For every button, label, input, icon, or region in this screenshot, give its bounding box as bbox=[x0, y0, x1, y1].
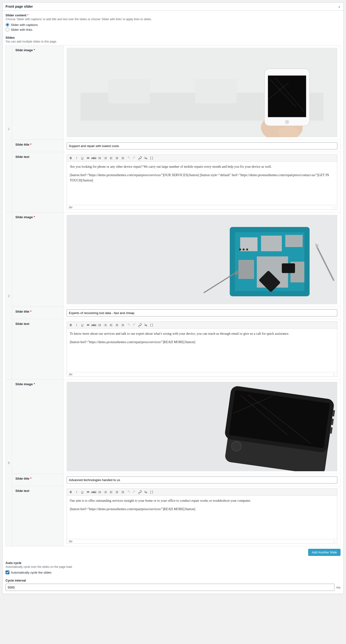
strikethrough-icon[interactable]: ABC bbox=[91, 156, 96, 160]
auto-cycle-checkbox[interactable] bbox=[6, 570, 9, 574]
align-left-icon[interactable] bbox=[109, 490, 114, 494]
svg-rect-104 bbox=[121, 491, 124, 492]
redo-icon[interactable] bbox=[132, 490, 137, 494]
underline-icon[interactable]: U bbox=[80, 323, 85, 328]
row-index[interactable]: 2 bbox=[6, 212, 12, 379]
slide-image-preview[interactable] bbox=[67, 215, 337, 304]
align-left-icon[interactable] bbox=[109, 323, 114, 328]
slide-image-2 bbox=[67, 215, 337, 304]
radio-slider-links[interactable] bbox=[6, 28, 9, 32]
undo-icon[interactable] bbox=[126, 490, 131, 494]
unlink-icon[interactable] bbox=[143, 156, 148, 160]
editor-content[interactable]: To know more about our services and talk… bbox=[67, 329, 337, 372]
underline-icon[interactable]: U bbox=[80, 156, 85, 160]
blockquote-icon[interactable] bbox=[86, 323, 90, 328]
editor-content[interactable]: Are you looking for phone or any other d… bbox=[67, 162, 337, 205]
editor-content[interactable]: Our aim is to offer outstanding services… bbox=[67, 496, 337, 539]
slide-image-preview[interactable] bbox=[67, 382, 337, 471]
resize-handle-icon[interactable] bbox=[332, 373, 335, 376]
svg-rect-58 bbox=[99, 326, 101, 326]
svg-rect-15 bbox=[99, 159, 101, 159]
svg-rect-68 bbox=[116, 324, 118, 324]
link-icon[interactable] bbox=[138, 490, 142, 494]
auto-cycle-checkbox-label[interactable]: Automatically cycle the slides bbox=[11, 571, 52, 574]
svg-point-14 bbox=[98, 158, 99, 159]
cycle-interval-input[interactable] bbox=[6, 584, 334, 591]
slide-title-input[interactable] bbox=[67, 476, 337, 484]
svg-point-45 bbox=[243, 248, 245, 251]
unlink-icon[interactable] bbox=[143, 323, 148, 328]
editor-toolbar: B I U ABC 123 bbox=[67, 155, 337, 162]
slide-image-preview[interactable] bbox=[67, 48, 337, 137]
svg-rect-62 bbox=[105, 325, 107, 325]
italic-icon[interactable]: I bbox=[74, 323, 79, 328]
svg-point-90 bbox=[98, 493, 99, 493]
redo-icon[interactable] bbox=[132, 156, 137, 160]
row-index[interactable]: 1 bbox=[6, 46, 12, 212]
align-left-icon[interactable] bbox=[109, 156, 114, 160]
fullscreen-icon[interactable] bbox=[149, 323, 154, 328]
panel-header[interactable]: Front page slider ▲ bbox=[3, 3, 343, 10]
svg-rect-7 bbox=[268, 76, 306, 117]
svg-point-55 bbox=[98, 325, 99, 325]
align-right-icon[interactable] bbox=[120, 490, 125, 494]
svg-rect-87 bbox=[99, 491, 101, 492]
svg-rect-98 bbox=[110, 491, 113, 492]
slide-title-input[interactable] bbox=[67, 309, 337, 316]
svg-point-12 bbox=[98, 158, 99, 158]
add-slide-button[interactable]: Add Another Slide bbox=[308, 549, 340, 556]
editor-path: div bbox=[69, 373, 72, 376]
numbered-list-icon[interactable]: 123 bbox=[103, 156, 108, 160]
resize-handle-icon[interactable] bbox=[332, 540, 335, 542]
bold-icon[interactable]: B bbox=[68, 490, 73, 494]
svg-rect-17 bbox=[105, 157, 107, 158]
radio-label-captions[interactable]: Slider with captions bbox=[11, 23, 38, 27]
bullet-list-icon[interactable] bbox=[97, 490, 102, 494]
blockquote-icon[interactable] bbox=[86, 490, 90, 494]
svg-rect-72 bbox=[122, 325, 124, 325]
svg-rect-48 bbox=[282, 263, 295, 273]
bold-icon[interactable]: B bbox=[68, 323, 73, 328]
bullet-list-icon[interactable] bbox=[97, 156, 102, 160]
fullscreen-icon[interactable] bbox=[149, 156, 154, 160]
svg-rect-60 bbox=[105, 324, 107, 324]
panel-title: Front page slider bbox=[6, 4, 33, 8]
undo-icon[interactable] bbox=[126, 156, 131, 160]
strikethrough-icon[interactable]: ABC bbox=[91, 490, 96, 494]
align-right-icon[interactable] bbox=[120, 323, 125, 328]
italic-icon[interactable]: I bbox=[74, 490, 79, 494]
svg-line-77 bbox=[335, 375, 335, 376]
undo-icon[interactable] bbox=[126, 323, 131, 328]
strikethrough-icon[interactable]: ABC bbox=[91, 323, 96, 328]
slides-help: You can add multiple slides to this page… bbox=[6, 40, 340, 43]
unlink-icon[interactable] bbox=[143, 490, 148, 494]
resize-handle-icon[interactable] bbox=[332, 206, 335, 208]
underline-icon[interactable]: U bbox=[80, 490, 85, 494]
align-center-icon[interactable] bbox=[114, 323, 119, 328]
numbered-list-icon[interactable]: 123 bbox=[103, 323, 108, 328]
row-index[interactable]: 5 bbox=[6, 380, 12, 546]
slide-title-input[interactable] bbox=[67, 142, 337, 150]
link-icon[interactable] bbox=[138, 323, 142, 328]
svg-rect-66 bbox=[110, 325, 112, 325]
redo-icon[interactable] bbox=[132, 323, 137, 328]
fullscreen-icon[interactable] bbox=[149, 490, 154, 494]
align-center-icon[interactable] bbox=[114, 490, 119, 494]
bullet-list-icon[interactable] bbox=[97, 323, 102, 328]
italic-icon[interactable]: I bbox=[74, 156, 79, 160]
bold-icon[interactable]: B bbox=[68, 156, 73, 160]
svg-point-57 bbox=[98, 326, 99, 326]
link-icon[interactable] bbox=[138, 156, 142, 160]
align-center-icon[interactable] bbox=[114, 156, 119, 160]
svg-rect-93 bbox=[105, 491, 107, 492]
numbered-list-icon[interactable]: 123 bbox=[103, 490, 108, 494]
svg-rect-101 bbox=[116, 491, 118, 492]
svg-line-34 bbox=[335, 208, 335, 208]
blockquote-icon[interactable] bbox=[86, 156, 90, 160]
radio-label-links[interactable]: Slider with links bbox=[11, 28, 33, 32]
radio-slider-captions[interactable] bbox=[6, 23, 9, 27]
svg-rect-39 bbox=[261, 236, 282, 251]
align-right-icon[interactable] bbox=[120, 156, 125, 160]
editor-path: div bbox=[69, 540, 72, 543]
svg-rect-24 bbox=[110, 159, 113, 159]
